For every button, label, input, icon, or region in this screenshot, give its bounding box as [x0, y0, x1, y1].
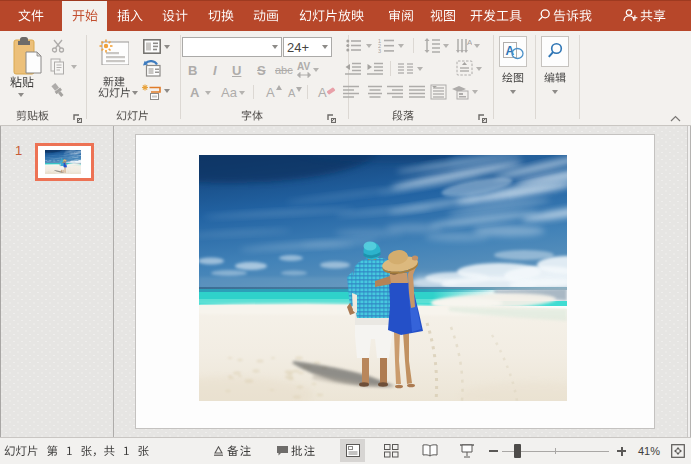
svg-text:A: A: [467, 38, 472, 47]
svg-text:3: 3: [378, 48, 381, 53]
